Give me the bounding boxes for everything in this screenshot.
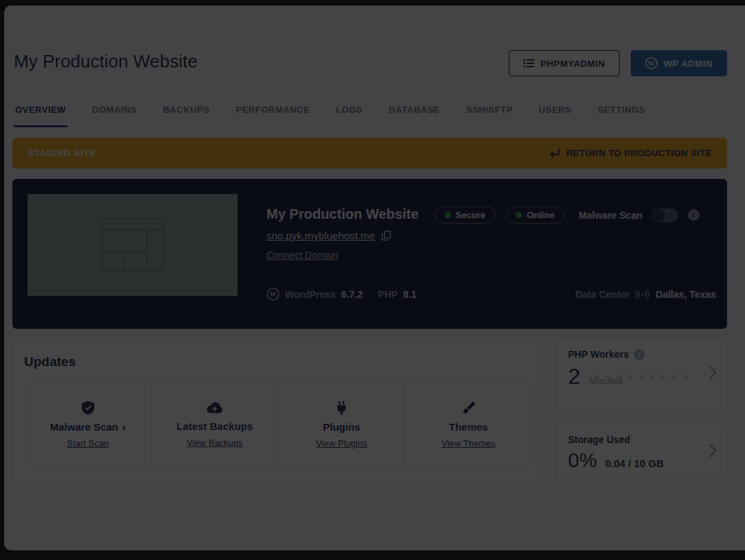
php-workers-value: 2 (568, 364, 580, 389)
updates-item-malware-scan: Malware Scan Start Scan (25, 384, 151, 465)
wp-admin-button[interactable]: W WP ADMIN (631, 50, 727, 76)
updates-item-backups: Latest Backups View Backups (151, 384, 278, 465)
updates-plugins-label: Plugins (323, 421, 360, 433)
updates-item-themes: Themes View Themes (406, 384, 532, 465)
storage-used-title: Storage Used (568, 434, 630, 445)
wordpress-icon: W (645, 57, 658, 69)
updates-themes-label: Themes (449, 421, 488, 433)
cloud-upload-icon (206, 401, 224, 415)
site-domain-link[interactable]: sno.pyk.mybluehost.me (266, 230, 375, 241)
return-to-production-label: RETURN TO PRODUCTION SITE (566, 148, 712, 158)
return-to-production-link[interactable]: RETURN TO PRODUCTION SITE (549, 148, 712, 158)
storage-usage: 0.04 / 10 GB (605, 457, 664, 469)
wp-admin-button-label: WP ADMIN (664, 58, 713, 69)
updates-backups-label: Latest Backups (176, 420, 253, 432)
php-workers-title: PHP Workers (568, 349, 629, 360)
phpmyadmin-button[interactable]: PHPMYADMIN (509, 50, 620, 76)
return-arrow-icon (549, 149, 560, 158)
plug-icon (335, 400, 348, 416)
tab-ssh-sftp[interactable]: SSH/SFTP (465, 100, 514, 127)
tab-backups[interactable]: BACKUPS (162, 100, 211, 127)
php-label: PHP (378, 289, 398, 300)
dotted-divider (596, 375, 695, 378)
chevron-right-icon[interactable] (708, 442, 717, 462)
secure-badge: Secure (434, 206, 496, 224)
toggle-knob (653, 209, 665, 222)
site-thumbnail (28, 194, 238, 296)
start-scan-link[interactable]: Start Scan (67, 438, 109, 449)
chevron-right-icon[interactable] (708, 365, 717, 384)
tab-performance[interactable]: PERFORMANCE (235, 100, 311, 127)
online-badge-label: Online (527, 210, 554, 220)
svg-text:W: W (648, 61, 655, 67)
tab-overview[interactable]: OVERVIEW (14, 100, 67, 127)
status-badges-row: Secure Online Malware Scan (434, 206, 700, 224)
storage-used-card[interactable]: Storage Used 0% 0.04 / 10 GB (556, 424, 727, 480)
wordpress-logo-icon: W (266, 288, 280, 301)
broadcast-icon (635, 290, 650, 299)
chevron-right-icon[interactable] (122, 422, 126, 432)
secure-status-dot (445, 212, 451, 218)
staging-site-label: STAGING SITE (28, 148, 96, 158)
shield-check-icon (81, 400, 95, 416)
updates-title: Updates (24, 354, 76, 369)
data-center-value: Dallas, Texas (655, 289, 716, 300)
site-name: My Production Website (266, 206, 419, 222)
updates-malware-scan-text: Malware Scan (50, 421, 118, 433)
php-workers-info-icon[interactable] (634, 349, 644, 360)
malware-scan-toggle-label: Malware Scan (578, 210, 642, 221)
updates-section: Updates Malware Scan Start Scan (12, 337, 544, 484)
list-icon (523, 58, 534, 68)
copy-icon[interactable] (381, 230, 391, 241)
online-status-dot (516, 212, 522, 218)
updates-box: Malware Scan Start Scan Latest Backups V… (24, 383, 532, 466)
wordpress-version: 6.7.2 (342, 289, 363, 300)
malware-scan-toggle[interactable] (652, 208, 678, 222)
online-badge: Online (505, 206, 565, 224)
connect-domain-link[interactable]: Connect Domain (266, 250, 338, 261)
tab-logs[interactable]: LOGS (335, 100, 364, 127)
secure-badge-label: Secure (456, 210, 485, 220)
site-meta-row: W WordPress 6.7.2 PHP 8.1 Data Center (266, 288, 716, 301)
php-workers-card[interactable]: PHP Workers 2 Allocated (556, 338, 727, 410)
wordpress-version-group: W WordPress 6.7.2 PHP 8.1 (266, 288, 417, 301)
view-themes-link[interactable]: View Themes (441, 438, 495, 449)
account-manager-page: My Production Website PHPMYADMIN W WP AD… (4, 6, 745, 550)
svg-text:W: W (269, 290, 276, 298)
tab-settings[interactable]: SETTINGS (596, 100, 647, 127)
wordpress-label: WordPress (285, 289, 336, 300)
tab-domains[interactable]: DOMAINS (91, 100, 138, 127)
data-center-label: Data Center (576, 289, 630, 300)
page-title: My Production Website (14, 51, 198, 72)
site-placeholder-icon (101, 217, 165, 272)
php-version: 8.1 (403, 289, 417, 300)
storage-percent: 0% (568, 449, 597, 472)
site-tabs: OVERVIEW DOMAINS BACKUPS PERFORMANCE LOG… (14, 100, 731, 128)
paintbrush-icon (461, 401, 476, 416)
site-overview-card: My Production Website sno.pyk.mybluehost… (12, 179, 727, 329)
staging-banner: STAGING SITE RETURN TO PRODUCTION SITE (12, 138, 727, 169)
updates-item-plugins: Plugins View Plugins (279, 384, 406, 465)
phpmyadmin-button-label: PHPMYADMIN (541, 58, 605, 69)
domain-row: sno.pyk.mybluehost.me (266, 230, 391, 241)
view-plugins-link[interactable]: View Plugins (316, 438, 367, 449)
tab-users[interactable]: USERS (538, 100, 573, 127)
view-backups-link[interactable]: View Backups (187, 438, 242, 448)
header-buttons: PHPMYADMIN W WP ADMIN (509, 50, 727, 76)
tab-database[interactable]: DATABASE (388, 100, 441, 127)
malware-scan-info-icon[interactable] (688, 209, 700, 221)
updates-malware-scan-label: Malware Scan (50, 421, 126, 433)
data-center-group: Data Center Dallas, Texas (576, 289, 716, 300)
